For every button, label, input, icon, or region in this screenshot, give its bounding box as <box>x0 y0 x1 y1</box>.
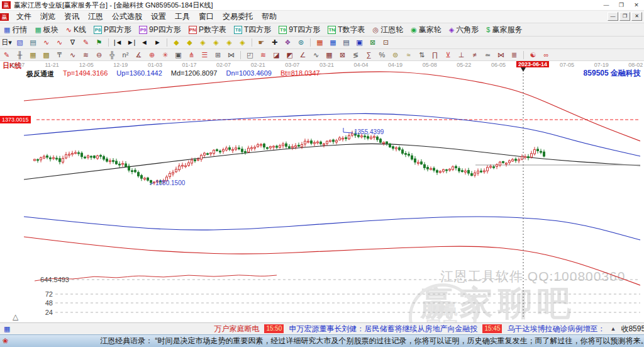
draw-tool-icon[interactable]: ≋ <box>79 50 92 60</box>
kline-button[interactable]: ∿K线 <box>62 23 90 36</box>
tool-icon[interactable]: ✚ <box>268 37 281 48</box>
draw-tool-icon[interactable]: ⊕ <box>145 50 158 60</box>
draw-tool-icon[interactable]: ≠ <box>468 50 481 60</box>
draw-tool-icon[interactable]: ⋈ <box>225 50 238 60</box>
tool-icon[interactable]: ⚑ <box>92 37 106 48</box>
sectors-button[interactable]: ▦板块 <box>31 23 62 36</box>
draw-tool-icon[interactable]: ≃ <box>481 50 494 60</box>
mdi-minimize-button[interactable]: — <box>608 12 618 21</box>
draw-tool-icon[interactable]: ⊠ <box>336 50 349 60</box>
draw-tool-icon[interactable]: ✳ <box>158 50 172 60</box>
restore-button[interactable]: ❐ <box>614 1 629 10</box>
chart-area[interactable] <box>0 61 644 322</box>
tool-icon[interactable]: ◆ <box>170 37 183 48</box>
draw-tool-icon[interactable]: ╫ <box>13 50 26 60</box>
draw-tool-icon[interactable]: ▣ <box>172 50 185 60</box>
draw-tool-icon[interactable]: ◰ <box>243 50 257 60</box>
tool-icon[interactable]: ► <box>151 37 164 48</box>
draw-tool-icon[interactable]: ⊞ <box>211 50 225 60</box>
menu-item[interactable]: 资讯 <box>60 11 84 23</box>
t-square-button[interactable]: T8T四方形 <box>230 23 275 36</box>
p-square-button[interactable]: P8P四方形 <box>90 23 135 36</box>
tool-icon[interactable]: ▣ <box>353 37 366 48</box>
mdi-restore-button[interactable]: ❐ <box>619 12 630 21</box>
tool-icon[interactable]: ⊠ <box>366 37 379 48</box>
draw-tool-icon[interactable]: ∠ <box>296 50 309 60</box>
draw-tool-icon[interactable]: ∏ <box>428 50 441 60</box>
gann-wheel-button[interactable]: ◎江恩轮 <box>369 23 408 36</box>
t-number-table-button[interactable]: TNT数字表 <box>324 23 369 36</box>
draw-tool-icon[interactable]: ≶ <box>349 50 362 60</box>
minimize-button[interactable]: — <box>599 1 614 10</box>
tool-icon[interactable]: ⊡ <box>379 37 392 48</box>
tool-icon[interactable]: ◆ <box>183 37 196 48</box>
menu-item[interactable]: 江恩 <box>84 11 108 23</box>
menu-item[interactable]: 交易委托 <box>218 11 257 23</box>
tool-icon[interactable]: ☛ <box>255 37 268 48</box>
draw-tool-icon[interactable]: ∿ <box>66 50 79 60</box>
draw-tool-icon[interactable]: ⋈ <box>494 50 508 60</box>
p-number-table-button[interactable]: PNP数字表 <box>185 23 230 36</box>
draw-tool-icon[interactable]: ✎ <box>0 50 13 60</box>
draw-tool-icon[interactable]: ≋ <box>257 50 270 60</box>
menu-item[interactable]: 设置 <box>147 11 170 23</box>
winner-wheel-button[interactable]: ◉赢家轮 <box>407 23 445 36</box>
9t-square-button[interactable]: T99T四方形 <box>275 23 324 36</box>
tool-icon[interactable]: ∇ <box>66 37 79 48</box>
ticker-headline[interactable]: 申万宏源董事长刘健：居民储蓄将继续从房地产向金融投 <box>289 324 477 334</box>
draw-tool-icon[interactable]: ∞ <box>540 50 553 60</box>
tool-icon[interactable]: ◈ <box>223 37 236 48</box>
draw-tool-icon[interactable]: n² <box>119 50 132 60</box>
draw-tool-icon[interactable]: ⋔ <box>185 50 198 60</box>
market-button[interactable]: ▦行情 <box>0 23 31 36</box>
tool-icon[interactable]: ◈ <box>209 37 223 48</box>
tool-icon[interactable]: |◄ <box>111 37 125 48</box>
draw-tool-icon[interactable]: % <box>375 50 389 60</box>
hexagon-button[interactable]: ◈六角形 <box>445 23 482 36</box>
draw-tool-icon[interactable]: ∿ <box>309 50 323 60</box>
menu-item[interactable]: 公式选股 <box>108 11 147 23</box>
tool-icon[interactable]: 日▾ <box>0 37 13 48</box>
draw-tool-icon[interactable]: ⊥ <box>455 50 468 60</box>
tool-icon[interactable]: ∿ <box>53 37 66 48</box>
draw-tool-icon[interactable]: ▩ <box>40 50 53 60</box>
tool-icon[interactable]: ❖ <box>281 37 294 48</box>
draw-tool-icon[interactable]: ₸ <box>53 50 66 60</box>
tool-icon[interactable]: ▦ <box>326 37 340 48</box>
draw-tool-icon[interactable]: ☯ <box>526 50 540 60</box>
draw-tool-icon[interactable]: ╬ <box>106 50 119 60</box>
9p-square-button[interactable]: P99P四方形 <box>135 23 185 36</box>
winner-service-button[interactable]: $赢家服务 <box>482 23 526 36</box>
menu-item[interactable]: 工具 <box>170 11 194 23</box>
tool-icon[interactable]: ⊛ <box>294 37 308 48</box>
tool-icon[interactable]: ▤ <box>340 37 353 48</box>
tool-icon[interactable]: ▧ <box>13 37 26 48</box>
tool-icon[interactable]: ◈ <box>236 37 249 48</box>
menu-item[interactable]: 帮助 <box>257 11 281 23</box>
tool-icon[interactable]: ►| <box>125 37 138 48</box>
close-button[interactable]: ✕ <box>629 1 644 10</box>
tool-icon[interactable]: ▦ <box>313 37 326 48</box>
menu-item[interactable]: 窗口 <box>194 11 218 23</box>
tool-icon[interactable]: ▤ <box>26 37 40 48</box>
draw-tool-icon[interactable]: ≈ <box>402 50 415 60</box>
draw-tool-icon[interactable]: ☰ <box>198 50 211 60</box>
draw-tool-icon[interactable]: ∡ <box>132 50 145 60</box>
ticker-headline[interactable]: 万户家庭断电 <box>214 324 259 334</box>
draw-tool-icon[interactable]: ∑ <box>362 50 375 60</box>
draw-tool-icon[interactable]: ≣ <box>508 50 521 60</box>
draw-tool-icon[interactable]: ⊜ <box>389 50 402 60</box>
draw-tool-icon[interactable]: ◪ <box>270 50 283 60</box>
draw-tool-icon[interactable]: ▦ <box>323 50 336 60</box>
tool-icon[interactable]: ∿ <box>40 37 53 48</box>
draw-tool-icon[interactable]: ⊖ <box>92 50 106 60</box>
draw-tool-icon[interactable]: ⊻ <box>441 50 455 60</box>
draw-tool-icon[interactable]: ⇅ <box>415 50 428 60</box>
tool-icon[interactable]: ◄ <box>138 37 151 48</box>
ticker-headline[interactable]: 乌干达埃博拉确诊病例增至： <box>507 324 605 334</box>
draw-tool-icon[interactable]: ◩ <box>283 50 296 60</box>
menu-item[interactable]: 浏览 <box>36 11 60 23</box>
ticker-status-text[interactable]: 收859505日线 <box>621 324 644 334</box>
tool-icon[interactable]: ✎ <box>79 37 92 48</box>
tool-icon[interactable]: ◈ <box>196 37 209 48</box>
